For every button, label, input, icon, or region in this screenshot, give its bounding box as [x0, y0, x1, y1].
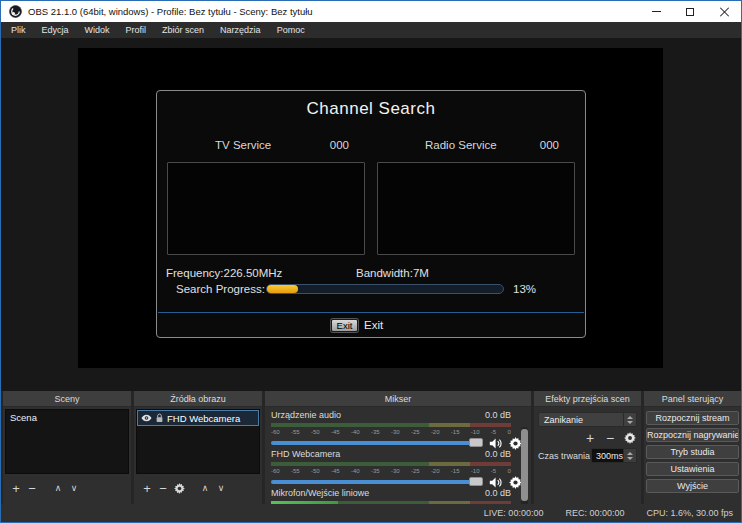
remove-transition-button[interactable]: − — [603, 430, 617, 446]
lock-icon[interactable] — [155, 413, 164, 423]
menu-item-narzedzia[interactable]: Narzędzia — [212, 22, 269, 38]
mute-speaker-icon[interactable] — [489, 475, 503, 488]
scenes-toolbar: + − ∧ ∨ — [5, 477, 129, 499]
duration-row: Czas trwania 300ms — [538, 448, 637, 463]
source-item-fhd-webcamera[interactable]: FHD Webcamera — [137, 410, 259, 426]
radio-service-label: Radio Service — [425, 139, 497, 151]
menu-item-plik[interactable]: Plik — [3, 22, 34, 38]
meter-scale-tick: -45 — [331, 428, 340, 436]
meter-scale-tick: 0 — [507, 467, 510, 475]
dialog-separator — [158, 312, 584, 313]
meter-scale-tick: -10 — [471, 467, 480, 475]
channel-volume-db: 0.0 dB — [485, 488, 511, 498]
mixer-scrollbar-thumb[interactable] — [521, 429, 528, 501]
start-streaming-button[interactable]: Rozpocznij stream — [646, 411, 739, 425]
add-scene-button[interactable]: + — [9, 480, 23, 496]
dock-header-mixer[interactable]: Mikser — [265, 391, 531, 407]
scene-list[interactable]: Scena — [5, 409, 129, 474]
menu-item-widok[interactable]: Widok — [77, 22, 118, 38]
obs-window: OBS 21.1.0 (64bit, windows) - Profile: B… — [0, 0, 742, 523]
source-properties-gear-icon[interactable] — [172, 480, 186, 496]
add-transition-button[interactable]: + — [583, 430, 597, 446]
menu-item-edycja[interactable]: Edycja — [34, 22, 77, 38]
studio-mode-button[interactable]: Tryb studia — [646, 445, 739, 459]
maximize-button[interactable] — [673, 1, 707, 22]
close-icon — [720, 7, 729, 16]
transition-selected-value: Zanikanie — [544, 415, 583, 425]
dock-header-controls[interactable]: Panel sterujący — [644, 391, 741, 407]
add-source-button[interactable]: + — [140, 480, 154, 496]
exit-row: Exit Exit — [157, 318, 585, 334]
channel-search-dialog: Channel Search TV Service 000 Radio Serv… — [156, 90, 586, 338]
search-progress-bar — [266, 284, 504, 294]
settings-button[interactable]: Ustawienia — [646, 462, 739, 476]
close-button[interactable] — [707, 1, 741, 22]
meter-scale: -60-55-50-45-40-35-30-25-20-15-10-50 — [271, 428, 511, 436]
transition-properties-gear-icon[interactable] — [623, 430, 637, 446]
source-label: FHD Webcamera — [167, 413, 240, 424]
transitions-toolbar: + − — [534, 430, 637, 445]
exit-button[interactable]: Exit — [331, 319, 358, 332]
meter-scale-tick: -40 — [351, 467, 360, 475]
bandwidth-value: 7M — [413, 267, 429, 279]
exit-app-button[interactable]: Wyjście — [646, 479, 739, 493]
meter-scale-tick: 0 — [507, 428, 510, 436]
radio-service-header: Radio Service 000 — [377, 139, 575, 154]
chevron-up-icon — [627, 452, 633, 455]
move-source-down-button[interactable]: ∨ — [214, 480, 228, 496]
radio-service-list[interactable] — [377, 162, 575, 255]
meter-scale-tick: -30 — [391, 467, 400, 475]
menu-item-profil[interactable]: Profil — [118, 22, 155, 38]
duration-spinbox[interactable]: 300ms — [591, 448, 637, 463]
dock-header-scenes[interactable]: Sceny — [3, 391, 131, 407]
meter-scale-tick: -35 — [371, 467, 380, 475]
meter-scale: -60-55-50-45-40-35-30-25-20-15-10-50 — [271, 467, 511, 475]
menu-item-zbior-scen[interactable]: Zbiór scen — [154, 22, 212, 38]
source-list[interactable]: FHD Webcamera — [136, 409, 260, 474]
tv-service-count: 000 — [330, 139, 349, 151]
move-scene-down-button[interactable]: ∨ — [67, 480, 81, 496]
volume-meter — [271, 462, 511, 466]
meter-scale-tick: -45 — [331, 467, 340, 475]
mixer-channel-fhd-webcamera: FHD Webcamera 0.0 dB -60-55-50-45-40-35-… — [271, 449, 511, 488]
volume-slider-handle[interactable] — [469, 438, 483, 447]
mute-speaker-icon[interactable] — [489, 436, 503, 449]
move-source-up-button[interactable]: ∧ — [198, 480, 212, 496]
dock-scenes: Sceny Scena + − ∧ ∨ — [3, 391, 131, 504]
rec-time: REC: 00:00:00 — [565, 508, 624, 518]
volume-slider[interactable] — [271, 437, 483, 448]
move-scene-up-button[interactable]: ∧ — [51, 480, 65, 496]
minimize-button[interactable] — [639, 1, 673, 22]
volume-slider[interactable] — [271, 476, 483, 487]
tv-service-list[interactable] — [167, 162, 365, 255]
meter-scale-tick: -5 — [491, 467, 496, 475]
start-recording-button[interactable]: Rozpocznij nagrywanie — [646, 428, 739, 442]
meter-scale-tick: -55 — [291, 428, 300, 436]
volume-meter — [271, 423, 511, 427]
meter-scale-tick: -35 — [371, 428, 380, 436]
chevron-up-icon — [627, 416, 633, 419]
duration-label: Czas trwania — [538, 451, 590, 461]
meter-scale-tick: -20 — [431, 428, 440, 436]
transition-select[interactable]: Zanikanie — [538, 412, 637, 427]
dock-header-transitions[interactable]: Efekty przejścia scen — [534, 391, 641, 407]
dock-header-sources[interactable]: Źródła obrazu — [134, 391, 262, 407]
remove-source-button[interactable]: − — [156, 480, 170, 496]
search-progress-percent: 13% — [513, 283, 536, 295]
scene-item[interactable]: Scena — [6, 410, 128, 425]
menu-item-pomoc[interactable]: Pomoc — [269, 22, 313, 38]
meter-scale-tick: -60 — [271, 428, 280, 436]
mixer-scrollbar[interactable] — [521, 427, 528, 504]
duration-spinner[interactable] — [623, 449, 636, 462]
mixer-channel-audio-device: Urządzenie audio 0.0 dB -60-55-50-45-40-… — [271, 410, 511, 449]
dock-transitions: Efekty przejścia scen Zanikanie + − Czas… — [534, 391, 641, 504]
transition-select-spinner[interactable] — [623, 413, 636, 426]
volume-slider-handle[interactable] — [469, 477, 483, 486]
visibility-eye-icon[interactable] — [141, 414, 152, 422]
meter-scale-tick: -15 — [451, 467, 460, 475]
volume-slider-track — [271, 480, 483, 484]
remove-scene-button[interactable]: − — [25, 480, 39, 496]
mixer-channel-microphone: Mikrofon/Wejście liniowe 0.0 dB — [271, 488, 511, 504]
meter-scale-tick: -30 — [391, 428, 400, 436]
exit-label: Exit — [364, 319, 383, 331]
